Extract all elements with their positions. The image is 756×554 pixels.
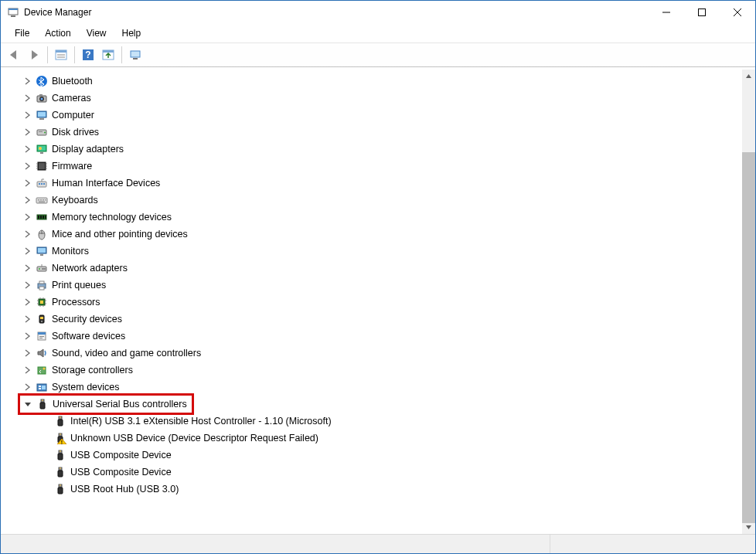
menu-action[interactable]: Action bbox=[39, 26, 77, 40]
help-button[interactable]: ? bbox=[79, 46, 97, 64]
computer-icon bbox=[35, 108, 49, 122]
svg-rect-27 bbox=[39, 131, 43, 132]
svg-rect-89 bbox=[42, 386, 46, 389]
chevron-right-icon[interactable] bbox=[21, 245, 33, 257]
svg-rect-92 bbox=[40, 403, 45, 409]
chevron-right-icon[interactable] bbox=[21, 330, 33, 342]
vertical-scrollbar[interactable] bbox=[742, 70, 755, 534]
svg-rect-88 bbox=[39, 388, 41, 389]
tree-category[interactable]: Security devices bbox=[4, 311, 755, 328]
scroll-up-button[interactable] bbox=[742, 70, 755, 83]
tree-item[interactable]: USB Composite Device bbox=[4, 464, 755, 481]
svg-rect-21 bbox=[39, 94, 43, 96]
tree-category[interactable]: Mice and other pointing devices bbox=[4, 226, 755, 243]
tree-category[interactable]: Processors bbox=[4, 294, 755, 311]
tree-category[interactable]: Storage controllers bbox=[4, 362, 755, 379]
tree-category[interactable]: Keyboards bbox=[4, 192, 755, 209]
bluetooth-icon bbox=[35, 74, 49, 88]
svg-text:?: ? bbox=[85, 49, 90, 60]
chevron-right-icon[interactable] bbox=[21, 211, 33, 223]
menu-view[interactable]: View bbox=[80, 26, 113, 40]
chevron-right-icon[interactable] bbox=[21, 177, 33, 189]
chevron-right-icon[interactable] bbox=[21, 160, 33, 172]
titlebar: Device Manager bbox=[1, 1, 755, 24]
svg-rect-108 bbox=[60, 485, 61, 486]
tree-category[interactable]: Computer bbox=[4, 107, 755, 124]
chevron-right-icon[interactable] bbox=[21, 296, 33, 308]
tree-item[interactable]: USB Root Hub (USB 3.0) bbox=[4, 481, 755, 498]
svg-point-26 bbox=[44, 132, 46, 134]
chevron-right-icon[interactable] bbox=[21, 194, 33, 206]
svg-rect-102 bbox=[60, 451, 61, 452]
category-label: Human Interface Devices bbox=[52, 178, 160, 189]
chevron-down-icon[interactable] bbox=[22, 398, 34, 410]
category-label: Print queues bbox=[52, 280, 106, 291]
tree-category[interactable]: Print queues bbox=[4, 277, 755, 294]
svg-rect-54 bbox=[45, 216, 46, 219]
svg-rect-52 bbox=[40, 216, 42, 219]
mouse-icon bbox=[35, 227, 49, 241]
tree-category[interactable]: Sound, video and game controllers bbox=[4, 345, 755, 362]
svg-rect-24 bbox=[39, 118, 44, 120]
chevron-right-icon[interactable] bbox=[21, 92, 33, 104]
scan-button[interactable] bbox=[99, 46, 117, 64]
chevron-right-icon[interactable] bbox=[21, 143, 33, 155]
tree-category[interactable]: Monitors bbox=[4, 243, 755, 260]
scroll-track[interactable] bbox=[742, 83, 755, 521]
chevron-right-icon[interactable] bbox=[21, 228, 33, 240]
chevron-right-icon[interactable] bbox=[21, 279, 33, 291]
svg-line-6 bbox=[734, 8, 741, 16]
svg-rect-65 bbox=[39, 281, 44, 284]
back-button[interactable] bbox=[5, 46, 23, 64]
category-label: Security devices bbox=[52, 314, 122, 325]
maximize-button[interactable] bbox=[684, 1, 720, 24]
tree-category[interactable]: Memory technology devices bbox=[4, 209, 755, 226]
tree-item[interactable]: !Unknown USB Device (Device Descriptor R… bbox=[4, 430, 755, 447]
svg-rect-16 bbox=[133, 58, 138, 59]
tree-category[interactable]: Human Interface Devices bbox=[4, 175, 755, 192]
tree-category[interactable]: Universal Serial Bus controllers bbox=[4, 396, 755, 413]
category-label: Disk drives bbox=[52, 127, 99, 138]
chevron-right-icon[interactable] bbox=[21, 75, 33, 87]
tree-item[interactable]: Intel(R) USB 3.1 eXtensible Host Control… bbox=[4, 413, 755, 430]
device-manager-window: Device Manager File Action View Help ? bbox=[0, 0, 756, 554]
svg-point-20 bbox=[41, 98, 43, 100]
tree-category[interactable]: Cameras bbox=[4, 90, 755, 107]
forward-button[interactable] bbox=[25, 46, 43, 64]
usb-icon bbox=[53, 482, 67, 496]
device-tree[interactable]: BluetoothCamerasComputerDisk drivesDispl… bbox=[1, 67, 755, 534]
usb-icon bbox=[53, 448, 67, 462]
minimize-button[interactable] bbox=[649, 1, 684, 24]
chevron-right-icon[interactable] bbox=[21, 262, 33, 274]
category-label: Processors bbox=[52, 297, 100, 308]
scroll-thumb[interactable] bbox=[742, 152, 755, 523]
tree-category[interactable]: Display adapters bbox=[4, 141, 755, 158]
menu-file[interactable]: File bbox=[9, 26, 36, 40]
properties-button[interactable] bbox=[126, 46, 145, 64]
close-button[interactable] bbox=[720, 1, 755, 24]
svg-rect-83 bbox=[39, 338, 43, 338]
chevron-right-icon[interactable] bbox=[21, 381, 33, 393]
tree-item[interactable]: USB Composite Device bbox=[4, 447, 755, 464]
disk-icon bbox=[35, 125, 49, 139]
category-label: Monitors bbox=[52, 246, 89, 257]
tree-category[interactable]: Bluetooth bbox=[4, 73, 755, 90]
svg-rect-91 bbox=[42, 400, 43, 401]
tree-category[interactable]: Network adapters bbox=[4, 260, 755, 277]
svg-rect-47 bbox=[43, 199, 44, 201]
svg-point-30 bbox=[39, 147, 42, 150]
show-hidden-button[interactable] bbox=[52, 46, 70, 64]
chevron-right-icon[interactable] bbox=[21, 313, 33, 325]
usb-icon bbox=[36, 397, 49, 411]
window-title: Device Manager bbox=[24, 7, 91, 18]
menu-help[interactable]: Help bbox=[116, 26, 148, 40]
chevron-right-icon[interactable] bbox=[21, 126, 33, 138]
memory-icon bbox=[35, 210, 49, 224]
tree-category[interactable]: Firmware bbox=[4, 158, 755, 175]
tree-category[interactable]: Disk drives bbox=[4, 124, 755, 141]
chevron-right-icon[interactable] bbox=[21, 364, 33, 376]
chevron-right-icon[interactable] bbox=[21, 109, 33, 121]
category-label: Computer bbox=[52, 110, 94, 121]
tree-category[interactable]: Software devices bbox=[4, 328, 755, 345]
chevron-right-icon[interactable] bbox=[21, 347, 33, 359]
